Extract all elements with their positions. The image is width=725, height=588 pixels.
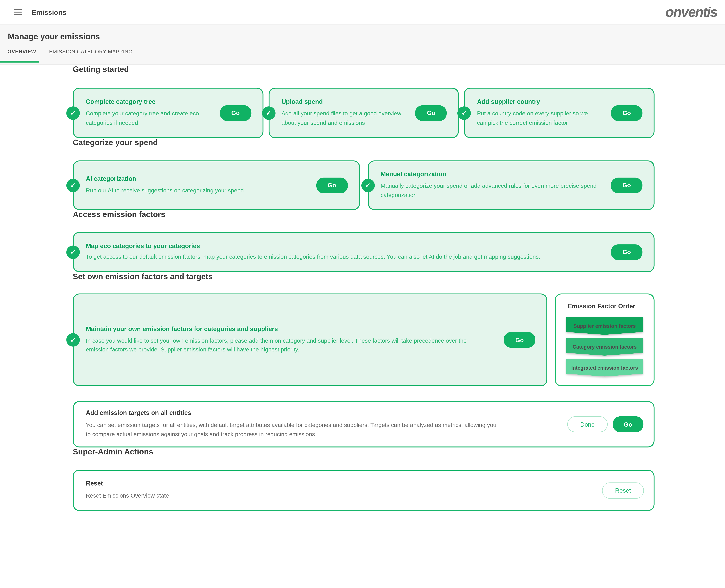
card-description: Reset Emissions Overview state: [86, 491, 584, 501]
card-title: Add supplier country: [477, 98, 605, 105]
menu-button[interactable]: [14, 9, 22, 15]
go-button-map-eco-categories[interactable]: Go: [611, 244, 642, 260]
ribbon-category-emission-factors: Category emission factors: [566, 338, 643, 356]
tab-emission-category-mapping[interactable]: EMISSION CATEGORY MAPPING: [49, 49, 132, 55]
card-title: Reset: [86, 480, 584, 487]
card-ai-categorization: ✓ AI categorization Run our AI to receiv…: [73, 160, 360, 210]
ribbon-supplier-emission-factors: Supplier emission factors: [566, 317, 643, 335]
card-reset: Reset Reset Emissions Overview state Res…: [73, 470, 655, 511]
go-button-manual-categorization[interactable]: Go: [611, 177, 642, 193]
check-icon: ✓: [458, 106, 471, 120]
section-heading-access-emission-factors: Access emission factors: [73, 210, 655, 219]
emission-factor-order-title: Emission Factor Order: [568, 303, 654, 310]
section-heading-super-admin: Super-Admin Actions: [73, 447, 655, 457]
hamburger-icon: [14, 9, 22, 15]
ribbon-integrated-emission-factors: Integrated emission factors: [566, 359, 643, 377]
card-add-supplier-country: ✓ Add supplier country Put a country cod…: [464, 88, 655, 138]
card-title: Upload spend: [282, 98, 410, 105]
targets-card-actions: Done Go: [567, 416, 643, 432]
check-icon: ✓: [66, 178, 80, 192]
card-map-eco-categories: ✓ Map eco categories to your categories …: [73, 232, 655, 272]
go-button-ai-categorization[interactable]: Go: [316, 177, 348, 193]
page-title: Manage your emissions: [0, 25, 725, 42]
section-heading-getting-started: Getting started: [73, 65, 655, 74]
go-button-emission-targets[interactable]: Go: [613, 416, 643, 432]
card-title: Complete category tree: [86, 98, 214, 105]
card-title: Add emission targets on all entities: [86, 410, 501, 416]
card-description: Complete your category tree and create e…: [86, 109, 207, 127]
active-tab-indicator: [0, 61, 39, 62]
check-icon: ✓: [361, 178, 375, 192]
card-description: To get access to our default emission fa…: [86, 253, 600, 262]
go-button-maintain-emission-factors[interactable]: Go: [504, 332, 535, 348]
ribbon-wrap: Category emission factors: [566, 338, 643, 356]
categorize-row: ✓ AI categorization Run our AI to receiv…: [73, 160, 655, 210]
emission-factor-order-panel: Emission Factor Order Supplier emission …: [555, 294, 655, 386]
section-heading-set-own-factors: Set own emission factors and targets: [73, 272, 655, 281]
go-button-upload-spend[interactable]: Go: [415, 105, 447, 121]
card-maintain-own-emission-factors: ✓ Maintain your own emission factors for…: [73, 294, 547, 386]
app-header: Emissions onventis: [0, 0, 725, 25]
card-description: Add all your spend files to get a good o…: [282, 109, 403, 127]
app-viewport: Emissions onventis Manage your emissions…: [0, 0, 725, 588]
card-manual-categorization: ✓ Manual categorization Manually categor…: [368, 160, 655, 210]
main-content: Getting started ✓ Complete category tree…: [0, 65, 725, 516]
reset-button[interactable]: Reset: [602, 482, 644, 498]
card-description: You can set emission targets for all ent…: [86, 421, 501, 439]
onventis-logo: onventis: [665, 4, 717, 20]
go-button-complete-category-tree[interactable]: Go: [220, 105, 251, 121]
card-title: AI categorization: [86, 175, 311, 182]
tab-bar: OVERVIEW EMISSION CATEGORY MAPPING: [0, 49, 725, 55]
section-heading-categorize-spend: Categorize your spend: [73, 138, 655, 147]
card-complete-category-tree: ✓ Complete category tree Complete your c…: [73, 88, 263, 138]
card-description: Run our AI to receive suggestions on cat…: [86, 186, 311, 195]
set-own-row: ✓ Maintain your own emission factors for…: [73, 294, 655, 386]
card-add-emission-targets: Add emission targets on all entities You…: [73, 401, 655, 447]
check-icon: ✓: [66, 333, 80, 346]
page-header-band: Manage your emissions OVERVIEW EMISSION …: [0, 25, 725, 65]
tab-overview[interactable]: OVERVIEW: [7, 49, 36, 55]
check-icon: ✓: [66, 245, 80, 259]
card-upload-spend: ✓ Upload spend Add all your spend files …: [268, 88, 459, 138]
done-button[interactable]: Done: [567, 416, 607, 432]
card-title: Maintain your own emission factors for c…: [86, 325, 486, 332]
card-description: Manually categorize your spend or add ad…: [380, 182, 605, 200]
check-icon: ✓: [262, 106, 275, 120]
go-button-add-supplier-country[interactable]: Go: [611, 105, 642, 121]
card-description: In case you would like to set your own e…: [86, 336, 486, 354]
ribbon-wrap: Supplier emission factors: [566, 317, 643, 335]
check-icon: ✓: [66, 106, 80, 120]
getting-started-row: ✓ Complete category tree Complete your c…: [73, 88, 655, 138]
card-title: Manual categorization: [380, 171, 605, 177]
ribbon-wrap: Integrated emission factors: [566, 359, 643, 377]
card-description: Put a country code on every supplier so …: [477, 109, 599, 127]
app-title: Emissions: [32, 8, 66, 16]
card-title: Map eco categories to your categories: [86, 242, 600, 249]
